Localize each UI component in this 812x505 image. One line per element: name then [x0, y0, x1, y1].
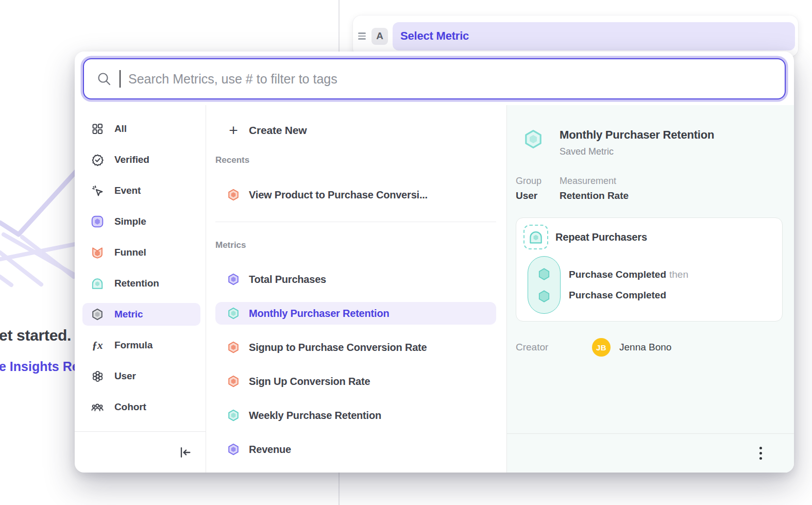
event-sequence-capsule-icon: [528, 256, 561, 314]
sidebar-item-funnel[interactable]: Funnel: [82, 241, 200, 264]
plus-icon: +: [227, 124, 240, 137]
sidebar-item-label: Retention: [114, 278, 159, 289]
background-heading-partial: et started.: [0, 327, 71, 344]
step-event-2: Purchase Completed: [569, 290, 688, 301]
definition-card-title: Repeat Purchasers: [555, 231, 647, 243]
type-sidebar: All Verified: [75, 105, 206, 473]
formula-fx-icon: ƒx: [91, 339, 104, 352]
sidebar-item-label: Funnel: [114, 247, 146, 258]
metric-row-label: View Product to Purchase Conversi...: [249, 189, 428, 201]
detail-subtitle: Saved Metric: [560, 146, 714, 157]
search-section: [75, 52, 794, 99]
simple-metric-icon: [91, 215, 104, 228]
sidebar-item-label: Formula: [114, 340, 153, 351]
metric-row-revenue[interactable]: Revenue: [215, 438, 496, 461]
hexagon-orange-icon: [227, 341, 240, 354]
hexagon-purple-icon: [227, 273, 240, 286]
hexagon-orange-icon: [227, 188, 240, 201]
sidebar-footer: [75, 431, 206, 473]
sidebar-item-label: All: [114, 123, 127, 134]
create-new-button[interactable]: + Create New: [215, 119, 496, 142]
sidebar-item-verified[interactable]: Verified: [82, 148, 200, 171]
collapse-left-icon[interactable]: [176, 443, 194, 462]
creator-avatar: JB: [592, 338, 611, 357]
metric-row-label: Monthly Purchaser Retention: [249, 308, 389, 319]
metric-row-weekly-purchase-retention[interactable]: Weekly Purchase Retention: [215, 404, 496, 427]
section-divider: [215, 222, 496, 222]
sidebar-item-label: Verified: [114, 154, 149, 165]
sidebar-item-all[interactable]: All: [82, 117, 200, 140]
hexagon-teal-icon: [227, 409, 240, 422]
metric-row-label: Signup to Purchase Conversion Rate: [249, 342, 427, 354]
hexagon-orange-icon: [227, 375, 240, 388]
metric-row-label: Weekly Purchase Retention: [249, 410, 381, 422]
sidebar-item-label: Event: [114, 185, 141, 196]
sidebar-item-label: User: [114, 371, 136, 382]
metric-detail-panel: Monthly Purchaser Retention Saved Metric…: [506, 105, 794, 473]
sidebar-item-event[interactable]: Event: [82, 179, 200, 202]
creator-row: Creator JB Jenna Bono: [516, 338, 783, 357]
background-insights-link-partial[interactable]: e Insights Re: [0, 359, 79, 374]
event-hexagon-icon: [536, 266, 552, 282]
metrics-section-label: Metrics: [215, 240, 496, 251]
search-icon: [96, 71, 112, 87]
step-event-1: Purchase Completedthen: [569, 269, 688, 280]
retention-arch-icon: [91, 277, 104, 290]
metric-picker-modal: All Verified: [75, 52, 794, 473]
detail-footer: [507, 433, 794, 473]
hexagon-purple-icon: [227, 443, 240, 456]
metric-row-card: A Select Metric: [353, 15, 798, 57]
sidebar-item-retention[interactable]: Retention: [82, 272, 200, 295]
select-metric-button[interactable]: Select Metric: [393, 22, 795, 50]
creator-label: Creator: [516, 342, 592, 353]
series-letter-badge: A: [371, 28, 388, 45]
app-background: et started. e Insights Re A Select Metri…: [0, 0, 812, 505]
drag-handle-icon[interactable]: [357, 29, 367, 42]
create-new-label: Create New: [249, 124, 307, 137]
recent-metric-row[interactable]: View Product to Purchase Conversi...: [215, 183, 496, 206]
metric-hexagon-teal-icon: [522, 128, 544, 150]
metric-row-sign-up-conversion-rate[interactable]: Sign Up Conversion Rate: [215, 370, 496, 393]
metric-row-monthly-purchaser-retention[interactable]: Monthly Purchaser Retention: [215, 302, 496, 325]
creator-name: Jenna Bono: [619, 342, 671, 353]
funnel-icon: [91, 246, 104, 259]
grid-icon: [91, 122, 104, 136]
field-label-group: Group: [516, 176, 560, 187]
verified-badge-icon: [91, 153, 104, 166]
detail-title: Monthly Purchaser Retention: [560, 128, 714, 142]
sidebar-item-simple[interactable]: Simple: [82, 210, 200, 233]
kebab-menu-icon[interactable]: [756, 444, 765, 463]
metric-list-column: + Create New Recents View Product to Pur…: [206, 105, 506, 473]
select-metric-label: Select Metric: [400, 29, 469, 43]
metric-hexagon-icon: [91, 308, 104, 321]
sidebar-item-metric[interactable]: Metric: [82, 303, 200, 326]
field-value-measurement: Retention Rate: [560, 190, 783, 201]
search-field[interactable]: [83, 58, 786, 99]
sidebar-item-cohort[interactable]: Cohort: [82, 396, 200, 418]
user-cluster-icon: [91, 369, 104, 383]
cohort-people-icon: [91, 400, 104, 414]
metric-row-label: Sign Up Conversion Rate: [249, 376, 370, 388]
hexagon-teal-icon: [227, 307, 240, 320]
metric-row-label: Revenue: [249, 444, 291, 456]
search-input[interactable]: [128, 72, 772, 87]
metric-row-total-purchases[interactable]: Total Purchases: [215, 268, 496, 291]
picker-columns: All Verified: [75, 105, 794, 473]
event-hexagon-icon: [536, 289, 552, 304]
sidebar-item-user[interactable]: User: [82, 365, 200, 388]
sidebar-item-label: Simple: [114, 216, 146, 227]
background-chart-lines-illustration: [0, 165, 82, 319]
metric-row-label: Total Purchases: [249, 274, 326, 285]
field-value-group: User: [516, 190, 560, 201]
saved-metric-definition-card: Repeat Purchasers: [516, 217, 783, 322]
cursor-click-icon: [91, 184, 104, 197]
text-cursor: [120, 70, 121, 88]
field-label-measurement: Measurement: [560, 176, 783, 187]
sidebar-item-label: Metric: [114, 309, 143, 320]
retention-dashed-icon: [523, 225, 548, 249]
sidebar-item-formula[interactable]: ƒx Formula: [82, 334, 200, 357]
recents-section-label: Recents: [215, 155, 496, 166]
metric-row-signup-to-purchase-conversion-rate[interactable]: Signup to Purchase Conversion Rate: [215, 336, 496, 359]
sidebar-item-label: Cohort: [114, 401, 146, 413]
